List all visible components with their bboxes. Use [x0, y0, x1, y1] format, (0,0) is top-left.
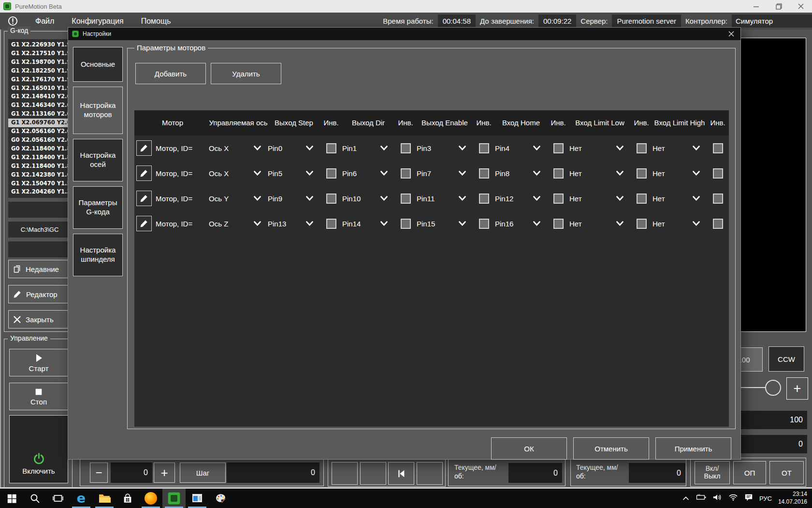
- invert-limit-high-checkbox[interactable]: [713, 219, 723, 229]
- tab-spindle[interactable]: Настройка шпинделя: [73, 234, 123, 276]
- task-view-button[interactable]: [46, 489, 70, 508]
- invert-dir-checkbox[interactable]: [401, 143, 411, 153]
- stop-button[interactable]: Стоп: [9, 383, 68, 410]
- home-pin-select[interactable]: Pin16: [495, 220, 547, 228]
- invert-dir-checkbox[interactable]: [401, 219, 411, 229]
- home-pin-select[interactable]: Pin4: [495, 144, 547, 152]
- invert-home-checkbox[interactable]: [553, 168, 564, 179]
- limit-high-select[interactable]: Нет: [652, 194, 707, 203]
- limit-high-select[interactable]: Нет: [652, 220, 707, 228]
- increase-button[interactable]: +: [786, 377, 808, 400]
- spindle-slider-handle[interactable]: [765, 380, 781, 396]
- apply-button[interactable]: Применить: [655, 437, 731, 460]
- step-pin-select[interactable]: Pin0: [268, 144, 320, 152]
- invert-limit-high-checkbox[interactable]: [713, 194, 723, 204]
- gcode-line[interactable]: G1 X2.113160 Y2.044: [11, 110, 71, 119]
- ok-button[interactable]: ОК: [491, 437, 567, 460]
- notification-button[interactable]: [744, 493, 753, 504]
- invert-limit-high-checkbox[interactable]: [713, 168, 723, 179]
- tab-motors[interactable]: Настройка моторов: [73, 87, 123, 134]
- limit-low-select[interactable]: Нет: [569, 144, 630, 152]
- close-button[interactable]: [790, 0, 812, 13]
- gcode-line[interactable]: G1 X2.198700 Y1.952: [11, 58, 71, 67]
- gcode-line-selected[interactable]: G1 X2.069760 Y2.041: [8, 119, 71, 127]
- taskbar-puremotion[interactable]: [162, 489, 186, 508]
- edit-motor-button[interactable]: [136, 165, 152, 181]
- edit-motor-button[interactable]: [136, 140, 152, 156]
- home-pin-select[interactable]: Pin12: [495, 194, 547, 203]
- taskbar-firefox[interactable]: [139, 489, 162, 508]
- cancel-button[interactable]: Отменить: [573, 437, 649, 460]
- limit-low-select[interactable]: Нет: [569, 169, 630, 178]
- invert-home-checkbox[interactable]: [553, 219, 564, 229]
- limit-low-select[interactable]: Нет: [569, 220, 630, 228]
- gcode-line[interactable]: G1 X2.118400 Y1.862: [11, 153, 71, 162]
- limit-high-select[interactable]: Нет: [652, 144, 707, 152]
- close-gcode-button[interactable]: Закрыть: [8, 310, 71, 329]
- taskbar-app-window[interactable]: [186, 489, 209, 508]
- minimize-button[interactable]: [745, 0, 768, 13]
- transport-button-1[interactable]: [332, 462, 358, 485]
- invert-limit-low-checkbox[interactable]: [637, 194, 647, 204]
- op-button[interactable]: ОП: [733, 461, 766, 484]
- language-indicator[interactable]: РУС: [759, 495, 772, 502]
- taskbar-store[interactable]: [116, 489, 139, 508]
- jog-minus-button[interactable]: −: [90, 463, 108, 483]
- gcode-line[interactable]: G1 X2.148410 Y2.014: [11, 92, 71, 101]
- invert-enable-checkbox[interactable]: [479, 168, 489, 179]
- tab-axes[interactable]: Настройка осей: [73, 139, 123, 181]
- step-pin-select[interactable]: Pin5: [268, 169, 320, 178]
- ccw-button[interactable]: CCW: [768, 346, 804, 372]
- gcode-line[interactable]: G0 X2.056160 Y2.035: [11, 136, 71, 145]
- editor-button[interactable]: Редактор: [8, 285, 71, 303]
- gcode-line[interactable]: G1 X2.176170 Y1.975: [11, 75, 71, 84]
- invert-enable-checkbox[interactable]: [479, 219, 489, 229]
- clock[interactable]: 23:14 14.07.2016: [778, 491, 807, 506]
- taskbar-paint[interactable]: [209, 489, 232, 508]
- invert-step-checkbox[interactable]: [326, 168, 336, 179]
- taskbar-explorer[interactable]: [93, 489, 116, 508]
- invert-limit-low-checkbox[interactable]: [637, 168, 647, 179]
- onoff-button[interactable]: Вкл/Выкл: [695, 461, 730, 484]
- menu-help[interactable]: Помощь: [141, 17, 171, 26]
- edit-motor-button[interactable]: [136, 216, 152, 231]
- step-pin-select[interactable]: Pin13: [268, 220, 320, 228]
- invert-home-checkbox[interactable]: [553, 143, 564, 153]
- volume-button[interactable]: [712, 493, 722, 503]
- invert-step-checkbox[interactable]: [326, 194, 336, 204]
- gcode-line[interactable]: G1 X2.150470 Y1.550: [11, 179, 71, 188]
- menu-configuration[interactable]: Конфигурация: [72, 17, 123, 26]
- invert-dir-checkbox[interactable]: [401, 168, 411, 179]
- enable-pin-select[interactable]: Pin11: [417, 194, 473, 203]
- gcode-line[interactable]: G1 X2.165010 Y1.989: [11, 84, 71, 93]
- alert-icon[interactable]: [8, 16, 18, 26]
- enable-button[interactable]: Включить: [9, 415, 68, 483]
- enable-pin-select[interactable]: Pin3: [417, 144, 473, 152]
- invert-limit-low-checkbox[interactable]: [637, 143, 647, 153]
- menu-file[interactable]: Файл: [35, 17, 54, 26]
- remove-motor-button[interactable]: Удалить: [211, 63, 281, 84]
- ot-button[interactable]: ОТ: [769, 461, 804, 484]
- tab-gcode-params[interactable]: Параметры G-кода: [73, 186, 123, 229]
- gcode-line[interactable]: G1 X2.142380 Y1.647: [11, 171, 71, 179]
- start-button[interactable]: [0, 489, 23, 508]
- start-button[interactable]: Старт: [9, 349, 68, 376]
- gcode-line[interactable]: G1 X2.226930 Y1.931: [11, 41, 71, 49]
- invert-home-checkbox[interactable]: [553, 194, 564, 204]
- limit-high-select[interactable]: Нет: [652, 169, 707, 178]
- invert-enable-checkbox[interactable]: [479, 194, 489, 204]
- gcode-line[interactable]: G1 X2.182250 Y1.969: [11, 67, 71, 75]
- taskbar-edge[interactable]: e: [70, 489, 93, 508]
- jog-plus-button[interactable]: +: [154, 463, 175, 483]
- invert-enable-checkbox[interactable]: [479, 143, 489, 153]
- maximize-button[interactable]: [768, 0, 790, 13]
- recent-button[interactable]: Недавние: [8, 260, 71, 278]
- dir-pin-select[interactable]: Pin14: [342, 220, 394, 228]
- gcode-line[interactable]: G0 X2.118400 Y1.862: [11, 145, 71, 153]
- battery-button[interactable]: [696, 494, 706, 503]
- invert-limit-low-checkbox[interactable]: [637, 219, 647, 229]
- network-button[interactable]: [728, 493, 738, 503]
- gcode-line[interactable]: G1 X2.056160 Y2.035: [11, 127, 71, 136]
- dir-pin-select[interactable]: Pin10: [342, 194, 394, 203]
- home-pin-select[interactable]: Pin8: [495, 169, 547, 178]
